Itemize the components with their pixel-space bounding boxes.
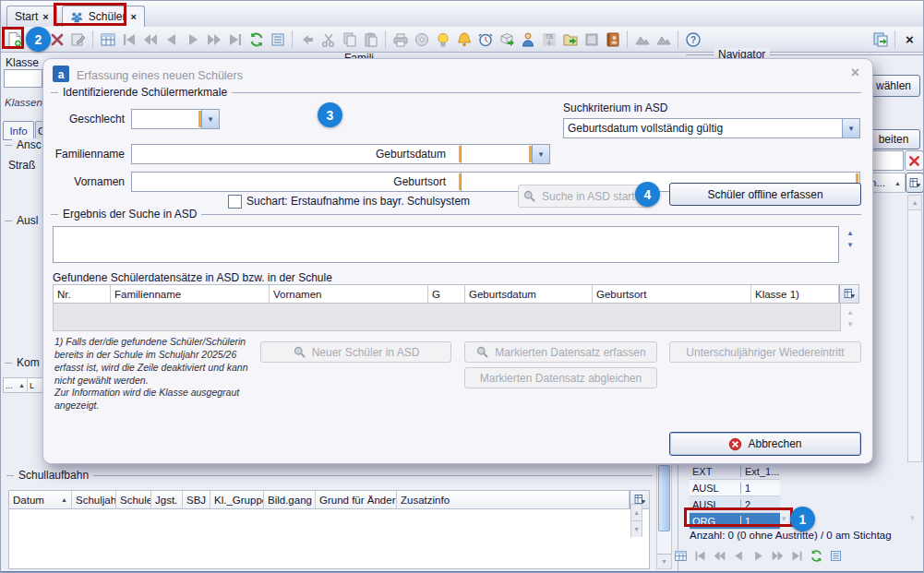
column-picker-icon[interactable]	[839, 285, 858, 303]
column-header[interactable]: Zusatzinfo	[397, 491, 630, 508]
scroll-down-icon[interactable]: ▾	[848, 239, 853, 251]
table-scroll-arrows[interactable]: ▴ ▾	[843, 306, 858, 329]
nav-last-icon[interactable]	[225, 30, 245, 49]
bell-icon[interactable]	[454, 30, 474, 49]
column-header[interactable]: Klasse 1)	[751, 285, 839, 303]
datensatz-abgleichen-button[interactable]: Markierten Datensatz abgleichen	[464, 367, 657, 388]
scroll-down-icon[interactable]: ▾	[910, 513, 915, 522]
list-view-icon[interactable]	[268, 30, 287, 49]
nav-forward-icon[interactable]	[749, 546, 768, 566]
export-box-icon[interactable]	[497, 30, 516, 49]
clear-filter-button[interactable]	[905, 150, 924, 171]
close-workspace-icon[interactable]: ×	[900, 30, 919, 49]
column-header[interactable]: SBJ	[183, 491, 210, 508]
column-header[interactable]: G	[428, 285, 465, 303]
column-header[interactable]: Familienname	[111, 285, 270, 303]
scroll-down-icon[interactable]: ▾	[657, 554, 671, 568]
tab-start[interactable]: Start ×	[6, 6, 57, 27]
abbrechen-button[interactable]: Abbrechen	[669, 432, 861, 456]
nav-last-icon[interactable]	[787, 546, 807, 566]
table-view-icon[interactable]	[98, 30, 117, 49]
table-view-icon[interactable]	[671, 546, 690, 566]
nav-fast-forward-icon[interactable]	[768, 546, 787, 566]
nav-back-icon[interactable]	[162, 30, 181, 49]
tab-start-close-icon[interactable]: ×	[42, 11, 48, 22]
nav-back-icon[interactable]	[729, 546, 749, 566]
user-transfer-icon[interactable]	[518, 30, 537, 49]
nav-fast-forward-icon[interactable]	[204, 30, 223, 49]
tab-schueler-close-icon[interactable]: ×	[130, 11, 136, 22]
refresh-icon[interactable]	[807, 546, 826, 566]
datensatz-erfassen-button[interactable]: Markierten Datensatz erfassen	[464, 341, 657, 363]
dialog-close-icon[interactable]: ×	[851, 66, 859, 80]
disc-icon[interactable]	[412, 30, 431, 49]
column-header[interactable]: Nr.	[54, 285, 111, 303]
scroll-up-icon[interactable]: ▴	[848, 227, 853, 239]
result-table-body[interactable]	[53, 304, 841, 331]
waehlen-button[interactable]: wählen	[867, 75, 920, 97]
column-header[interactable]: Geburtsort	[593, 285, 751, 303]
column-picker-button[interactable]	[906, 173, 924, 193]
paste-icon[interactable]	[361, 30, 380, 49]
tab-info[interactable]: Info	[3, 121, 34, 140]
edit-record-icon[interactable]	[68, 30, 88, 49]
nav-first-icon[interactable]	[119, 30, 138, 49]
batch-back-icon[interactable]	[632, 30, 652, 49]
suche-asd-button[interactable]: Suche in ASD starten	[518, 185, 652, 208]
folder-export-icon[interactable]	[560, 30, 580, 49]
refresh-icon[interactable]	[246, 30, 266, 49]
chevron-down-icon[interactable]: ▾	[201, 110, 219, 128]
scroll-up-icon[interactable]: ▴	[908, 196, 921, 210]
scroll-down-icon[interactable]: ▾	[631, 520, 642, 537]
nav-first-icon[interactable]	[690, 546, 710, 566]
nav-forward-icon[interactable]	[183, 30, 202, 49]
scroll-down-icon[interactable]: ▾	[848, 318, 853, 330]
navigator-scrollbar[interactable]: ▴	[907, 195, 922, 462]
back-arrow-icon[interactable]	[297, 30, 317, 49]
window-switch-icon[interactable]	[870, 30, 890, 49]
scroll-up-icon[interactable]: ▴	[631, 505, 642, 520]
column-header[interactable]: Kl._Gruppe	[210, 491, 264, 508]
copy-icon[interactable]	[340, 30, 359, 49]
result-scroll-arrows[interactable]: ▴ ▾	[843, 227, 858, 250]
suchergebnis-textarea[interactable]	[53, 226, 839, 263]
list-view-icon[interactable]	[826, 546, 846, 566]
column-header[interactable]: Schuljahr	[72, 491, 116, 508]
suchkriterium-select[interactable]: Geburtsdatum vollständig gültig ▾	[563, 118, 860, 138]
column-header[interactable]: Geburtsdatum	[465, 285, 593, 303]
tb-import-icon[interactable]	[539, 30, 558, 49]
chevron-down-icon[interactable]: ▾	[842, 119, 859, 137]
schullaufbahn-table-body[interactable]	[8, 509, 650, 569]
geburtsdatum-select[interactable]: ▾	[461, 144, 550, 164]
suchart-checkbox[interactable]	[228, 195, 242, 209]
list-item[interactable]: EXTExt_1...	[690, 463, 780, 480]
cut-icon[interactable]	[318, 30, 338, 49]
print-icon[interactable]	[390, 30, 410, 49]
column-header[interactable]: Datum▲	[9, 491, 72, 508]
batch-back-icon[interactable]	[654, 30, 673, 49]
column-header[interactable]: Schule	[116, 491, 151, 508]
column-header[interactable]: Bild.gang	[264, 491, 316, 508]
lightbulb-icon[interactable]	[433, 30, 452, 49]
neuer-schueler-asd-button[interactable]: Neuer Schüler in ASD	[260, 341, 451, 363]
klasse-input[interactable]	[4, 69, 42, 88]
scrollbar-thumb[interactable]	[658, 465, 670, 531]
column-header[interactable]: Vornamen	[270, 285, 428, 303]
wiedereintritt-button[interactable]: Unterschuljähriger Wiedereintritt	[669, 341, 861, 363]
column-header[interactable]: Jgst.	[151, 491, 183, 508]
alarm-clock-icon[interactable]	[475, 30, 495, 49]
scroll-up-icon[interactable]: ▴	[848, 306, 853, 318]
list-scrollbar[interactable]: ▾	[656, 462, 672, 569]
nav-fast-back-icon[interactable]	[140, 30, 160, 49]
offline-erfassen-button[interactable]: Schüler offline erfassen	[669, 183, 861, 206]
geschlecht-select[interactable]: ▾	[131, 109, 220, 129]
help-icon[interactable]	[683, 30, 702, 49]
mini-table-header[interactable]: ...▲ L	[3, 377, 43, 393]
small-scrollbar[interactable]: ▴ ▾	[630, 504, 642, 537]
module-icon[interactable]	[582, 30, 601, 49]
list-item[interactable]: AUSL1	[690, 480, 780, 496]
chevron-down-icon[interactable]: ▾	[532, 145, 549, 163]
column-header[interactable]: Grund für Änderung	[316, 491, 397, 508]
address-book-icon[interactable]	[603, 30, 622, 49]
bearbeiten-button[interactable]: beiten	[867, 129, 920, 149]
